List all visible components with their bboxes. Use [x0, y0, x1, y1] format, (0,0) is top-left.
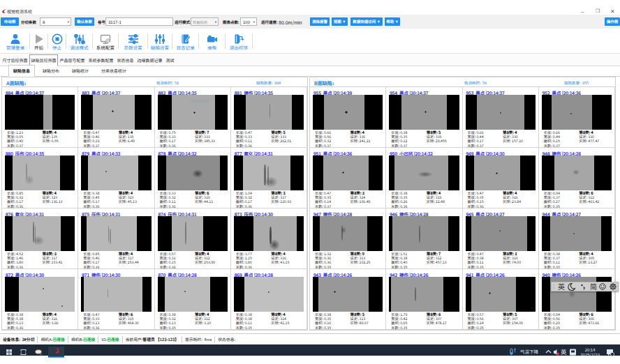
svg-text:气温下降: 气温下降: [520, 348, 539, 355]
svg-text:英: 英: [558, 282, 565, 291]
svg-text:英: 英: [561, 347, 567, 356]
svg-text:2025/2/10: 2025/2/10: [580, 351, 600, 358]
svg-text:简: 简: [590, 282, 597, 291]
